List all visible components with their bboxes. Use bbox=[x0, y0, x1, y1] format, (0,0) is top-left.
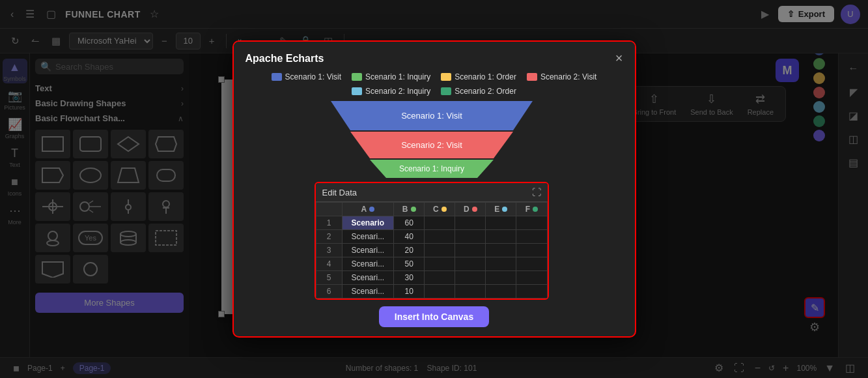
table-row: 1 Scenario 60 bbox=[316, 216, 547, 230]
cell-2a[interactable]: Scenari... bbox=[342, 230, 394, 244]
cell-1d[interactable] bbox=[455, 216, 486, 230]
cell-6f[interactable] bbox=[516, 285, 547, 298]
cell-1f[interactable] bbox=[516, 216, 547, 230]
col-header-c[interactable]: C bbox=[425, 203, 455, 216]
modal-close-button[interactable]: × bbox=[615, 51, 623, 66]
cell-3e[interactable] bbox=[486, 244, 516, 257]
cell-5e[interactable] bbox=[486, 271, 516, 285]
cell-4e[interactable] bbox=[486, 257, 516, 271]
col-dot-e bbox=[502, 207, 507, 212]
legend-label-s2i: Scenario 2: Inquiry bbox=[365, 87, 430, 96]
cell-5d[interactable] bbox=[455, 271, 486, 285]
col-dot-b bbox=[411, 207, 416, 212]
table-row: 4 Scenari... 50 bbox=[316, 257, 547, 271]
edit-data-header: Edit Data ⛶ bbox=[316, 183, 548, 202]
funnel-svg: Scenario 1: Visit Scenario 2: Visit Scen… bbox=[311, 101, 552, 179]
table-row: 2 Scenari... 40 bbox=[316, 230, 547, 244]
cell-1a[interactable]: Scenario bbox=[342, 216, 394, 230]
chart-legend: Scenario 1: Visit Scenario 1: Inquiry Sc… bbox=[234, 72, 635, 101]
legend-color-s1o bbox=[441, 73, 451, 81]
modal-body: Scenario 1: Visit Scenario 2: Visit Scen… bbox=[234, 101, 635, 306]
svg-text:Scenario 2: Visit: Scenario 2: Visit bbox=[401, 140, 462, 150]
col-header-e[interactable]: E bbox=[486, 203, 516, 216]
row-num-2: 2 bbox=[316, 230, 342, 244]
col-header-d[interactable]: D bbox=[455, 203, 486, 216]
svg-text:Scenario 1: Inquiry: Scenario 1: Inquiry bbox=[399, 164, 464, 173]
legend-item-s1o: Scenario 1: Order bbox=[441, 72, 516, 81]
table-row: 6 Scenari... 10 bbox=[316, 285, 547, 298]
col-header-a[interactable]: A bbox=[342, 203, 394, 216]
legend-color-s1i bbox=[352, 73, 362, 81]
modal-header: Apache Echarts × bbox=[234, 42, 635, 72]
cell-3c[interactable] bbox=[425, 244, 455, 257]
cell-3f[interactable] bbox=[516, 244, 547, 257]
edit-data-expand-button[interactable]: ⛶ bbox=[532, 187, 541, 197]
col-header-f[interactable]: F bbox=[516, 203, 547, 216]
insert-into-canvas-button[interactable]: Insert Into Canvas bbox=[379, 306, 489, 327]
col-dot-a bbox=[369, 207, 374, 212]
legend-label-s1v: Scenario 1: Visit bbox=[285, 72, 342, 81]
table-row: 3 Scenari... 20 bbox=[316, 244, 547, 257]
cell-6b[interactable]: 10 bbox=[394, 285, 425, 298]
col-dot-c bbox=[441, 207, 447, 212]
row-num-3: 3 bbox=[316, 244, 342, 257]
cell-6d[interactable] bbox=[455, 285, 486, 298]
row-num-6: 6 bbox=[316, 285, 342, 298]
modal-apache-echarts: Apache Echarts × Scenario 1: Visit Scena… bbox=[232, 40, 636, 338]
cell-6e[interactable] bbox=[486, 285, 516, 298]
modal-title: Apache Echarts bbox=[245, 53, 324, 65]
cell-4a[interactable]: Scenari... bbox=[342, 257, 394, 271]
cell-5c[interactable] bbox=[425, 271, 455, 285]
legend-item-s2v: Scenario 2: Visit bbox=[527, 72, 597, 81]
legend-label-s1i: Scenario 1: Inquiry bbox=[365, 72, 430, 81]
row-num-4: 4 bbox=[316, 257, 342, 271]
cell-4b[interactable]: 50 bbox=[394, 257, 425, 271]
cell-4d[interactable] bbox=[455, 257, 486, 271]
legend-color-s2i bbox=[352, 87, 362, 95]
cell-3b[interactable]: 20 bbox=[394, 244, 425, 257]
cell-2d[interactable] bbox=[455, 230, 486, 244]
cell-5a[interactable]: Scenari... bbox=[342, 271, 394, 285]
cell-6a[interactable]: Scenari... bbox=[342, 285, 394, 298]
row-num-1: 1 bbox=[316, 216, 342, 230]
data-table: A B C bbox=[316, 202, 548, 298]
cell-1c[interactable] bbox=[425, 216, 455, 230]
edit-data-title: Edit Data bbox=[322, 188, 357, 197]
cell-3d[interactable] bbox=[455, 244, 486, 257]
modal-overlay: Apache Echarts × Scenario 1: Visit Scena… bbox=[0, 0, 868, 378]
cell-2c[interactable] bbox=[425, 230, 455, 244]
cell-1b[interactable]: 60 bbox=[394, 216, 425, 230]
cell-6c[interactable] bbox=[425, 285, 455, 298]
legend-label-s1o: Scenario 1: Order bbox=[455, 72, 516, 81]
cell-2e[interactable] bbox=[486, 230, 516, 244]
col-dot-f bbox=[533, 207, 538, 212]
col-dot-d bbox=[472, 207, 477, 212]
cell-4c[interactable] bbox=[425, 257, 455, 271]
legend-color-s1v bbox=[272, 73, 282, 81]
legend-label-s2v: Scenario 2: Visit bbox=[540, 72, 597, 81]
cell-4f[interactable] bbox=[516, 257, 547, 271]
cell-1e[interactable] bbox=[486, 216, 516, 230]
table-row: 5 Scenari... 30 bbox=[316, 271, 547, 285]
row-num-5: 5 bbox=[316, 271, 342, 285]
cell-3a[interactable]: Scenari... bbox=[342, 244, 394, 257]
legend-item-s1i: Scenario 1: Inquiry bbox=[352, 72, 430, 81]
col-header-empty bbox=[316, 203, 342, 216]
svg-text:Scenario 1: Visit: Scenario 1: Visit bbox=[401, 111, 462, 121]
legend-label-s2o: Scenario 2: Order bbox=[455, 87, 516, 96]
cell-5b[interactable]: 30 bbox=[394, 271, 425, 285]
legend-item-s1v: Scenario 1: Visit bbox=[272, 72, 342, 81]
cell-2b[interactable]: 40 bbox=[394, 230, 425, 244]
cell-2f[interactable] bbox=[516, 230, 547, 244]
legend-item-s2o: Scenario 2: Order bbox=[441, 87, 516, 96]
funnel-chart: Scenario 1: Visit Scenario 2: Visit Scen… bbox=[244, 101, 624, 300]
col-header-b[interactable]: B bbox=[394, 203, 425, 216]
edit-data-panel: Edit Data ⛶ A bbox=[315, 182, 549, 300]
cell-5f[interactable] bbox=[516, 271, 547, 285]
legend-color-s2o bbox=[441, 87, 451, 95]
legend-color-s2v bbox=[527, 73, 537, 81]
legend-item-s2i: Scenario 2: Inquiry bbox=[352, 87, 430, 96]
